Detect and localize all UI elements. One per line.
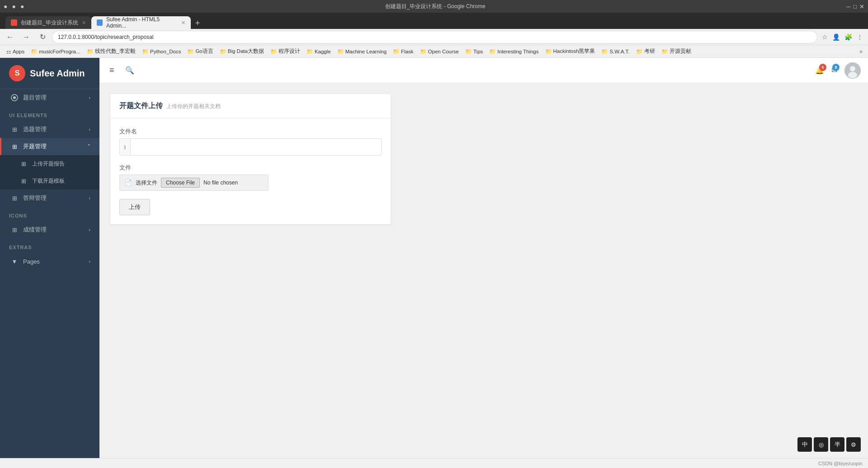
opencourse-label: Open Course [428, 49, 459, 54]
folder-icon: 📁 [420, 48, 427, 55]
overlay-btn-circle[interactable]: ◎ [814, 437, 828, 452]
score-mgmt-icon: ⊞ [10, 226, 19, 234]
bookmark-prog[interactable]: 📁 程序设计 [268, 47, 303, 56]
tab-2-label: Sufee Admin - HTML5 Admin... [106, 16, 178, 29]
overlay-btn-half[interactable]: 半 [830, 437, 844, 452]
minimize-btn[interactable]: ─ [846, 3, 850, 10]
tab-1-close[interactable]: ✕ [82, 20, 86, 26]
message-button[interactable]: ✉ 8 [831, 66, 837, 75]
upload-submit-button[interactable]: 上传 [119, 199, 150, 215]
sidebar-item-selection-mgmt[interactable]: ⊞ 选题管理 › [0, 121, 99, 138]
folder-icon: 📁 [393, 48, 400, 55]
bookmark-hackintosh[interactable]: 📁 Hackintosh黑苹果 [542, 47, 598, 56]
bigdata-label: Big Data大数据 [228, 48, 264, 55]
linear-label: 线性代数_李宏毅 [95, 48, 136, 55]
back-button[interactable]: ← [4, 31, 16, 43]
upload-card: 开题文件上传 上传你的开题相关文档 文件名 i 文件 📄 [110, 94, 391, 224]
bookmark-star-icon[interactable]: ☆ [821, 32, 829, 42]
status-right-text: CSDN @biyezuopin [818, 461, 863, 466]
folder-icon: 📁 [601, 48, 608, 55]
filename-addon: i [120, 139, 131, 155]
sidebar-item-upload-report[interactable]: ⊞ 上传开题报告 [0, 155, 99, 172]
apps-icon: ⚏ [6, 48, 11, 55]
brand-letter: S [15, 69, 20, 77]
choose-file-button[interactable]: Choose File [161, 178, 200, 188]
bookmark-opencourse[interactable]: 📁 Open Course [417, 47, 462, 56]
bookmark-kaoshi[interactable]: 📁 考研 [633, 47, 658, 56]
extras-label: EXTRAS [0, 238, 99, 253]
bookmark-bigdata[interactable]: 📁 Big Data大数据 [217, 47, 267, 56]
tab-1-favicon [11, 19, 17, 26]
forward-button[interactable]: → [20, 31, 33, 43]
bookmark-opensource[interactable]: 📁 开源贡献 [659, 47, 694, 56]
bookmark-ml[interactable]: 📁 Machine Learning [335, 47, 389, 56]
bookmark-interesting[interactable]: 📁 Interesting Things [486, 47, 541, 56]
filename-group: 文件名 i [119, 128, 382, 156]
folder-icon: 📁 [307, 48, 313, 55]
upload-report-label: 上传开题报告 [32, 160, 65, 168]
bookmark-tips[interactable]: 📁 Tips [462, 47, 486, 56]
bookmark-apps[interactable]: ⚏ Apps [4, 47, 27, 56]
sidebar-item-topic-mgmt[interactable]: 题目管理 › [0, 89, 99, 106]
top-navbar: ≡ 🔍 🔔 5 ✉ 8 [99, 58, 868, 83]
bookmark-swat[interactable]: 📁 S.W.A.T. [599, 47, 632, 56]
sidebar-item-pages[interactable]: ▼ Pages › [0, 253, 99, 270]
folder-icon: 📁 [489, 48, 496, 55]
tab-2-close[interactable]: ✕ [181, 20, 185, 26]
tab-2[interactable]: Sufee Admin - HTML5 Admin... ✕ [91, 16, 191, 29]
upload-report-icon: ⊞ [19, 160, 28, 168]
folder-icon: 📁 [661, 48, 668, 55]
bookmark-go[interactable]: 📁 Go语言 [184, 47, 216, 56]
user-avatar[interactable] [844, 62, 861, 79]
tab-1[interactable]: 创建题目_毕业设计系统 ✕ [5, 16, 91, 29]
extension-icon[interactable]: 🧩 [843, 32, 854, 42]
tab-bar: 创建题目_毕业设计系统 ✕ Sufee Admin - HTML5 Admin.… [0, 13, 868, 29]
profile-icon[interactable]: 👤 [831, 32, 841, 42]
sidebar-toggle-button[interactable]: ≡ [107, 63, 117, 78]
filename-input[interactable] [131, 139, 381, 155]
card-body: 文件名 i 文件 📄 选择文件 Choose File [110, 118, 391, 224]
sidebar-item-proposal-mgmt[interactable]: ⊞ 开题管理 ˅ [0, 138, 99, 155]
bookmarks-overflow[interactable]: » [858, 47, 864, 56]
sidebar-item-defense-mgmt[interactable]: ⊞ 答辩管理 › [0, 189, 99, 207]
file-group: 文件 📄 选择文件 Choose File No file chosen [119, 164, 382, 191]
chrome-controls: ─ □ ✕ [846, 3, 864, 10]
bookmark-python[interactable]: 📁 Python_Docs [139, 47, 184, 56]
main-content: 开题文件上传 上传你的开题相关文档 文件名 i 文件 📄 [99, 83, 868, 468]
sidebar-item-download-template[interactable]: ⊞ 下载开题模板 [0, 172, 99, 189]
refresh-button[interactable]: ↻ [36, 31, 49, 43]
file-doc-icon: 📄 [124, 179, 132, 186]
sidebar-item-score-mgmt[interactable]: ⊞ 成绩管理 › [0, 221, 99, 238]
bookmark-music[interactable]: 📁 musicForProgra... [28, 47, 83, 56]
kaoshi-label: 考研 [644, 48, 655, 55]
folder-icon: 📁 [142, 48, 149, 55]
selection-mgmt-arrow: › [89, 127, 90, 132]
overlay-btn-chinese[interactable]: 中 [797, 437, 812, 452]
download-template-icon: ⊞ [19, 177, 28, 185]
brand-icon: S [9, 65, 25, 81]
bookmark-kaggle[interactable]: 📁 Kaggle [304, 47, 334, 56]
maximize-btn[interactable]: □ [853, 3, 857, 10]
overlay-btn-settings[interactable]: ⚙ [846, 437, 861, 452]
bookmarks-bar: ⚏ Apps 📁 musicForProgra... 📁 线性代数_李宏毅 📁 … [0, 45, 868, 58]
flask-label: Flask [401, 49, 413, 54]
bookmark-linear[interactable]: 📁 线性代数_李宏毅 [84, 47, 138, 56]
bookmark-flask[interactable]: 📁 Flask [390, 47, 416, 56]
chrome-frame: ● ● ● 创建题目_毕业设计系统 - Google Chrome ─ □ ✕ [0, 0, 868, 13]
proposal-mgmt-arrow: ˅ [88, 144, 90, 150]
defense-mgmt-arrow: › [89, 195, 90, 201]
score-mgmt-arrow: › [89, 227, 90, 232]
more-icon[interactable]: ⋮ [855, 32, 864, 42]
folder-icon: 📁 [87, 48, 94, 55]
address-bar-icons: ☆ 👤 🧩 ⋮ [821, 32, 864, 42]
window-title: 创建题目_毕业设计系统 - Google Chrome [28, 3, 843, 10]
defense-mgmt-icon: ⊞ [10, 194, 19, 202]
card-subtitle: 上传你的开题相关文档 [166, 103, 221, 110]
url-input[interactable] [52, 31, 817, 43]
search-button[interactable]: 🔍 [123, 63, 137, 77]
new-tab-button[interactable]: + [193, 18, 203, 29]
filename-label: 文件名 [119, 128, 382, 136]
close-btn[interactable]: ✕ [859, 3, 864, 10]
status-bar: CSDN @biyezuopin [0, 458, 868, 468]
notification-button[interactable]: 🔔 5 [815, 66, 824, 75]
